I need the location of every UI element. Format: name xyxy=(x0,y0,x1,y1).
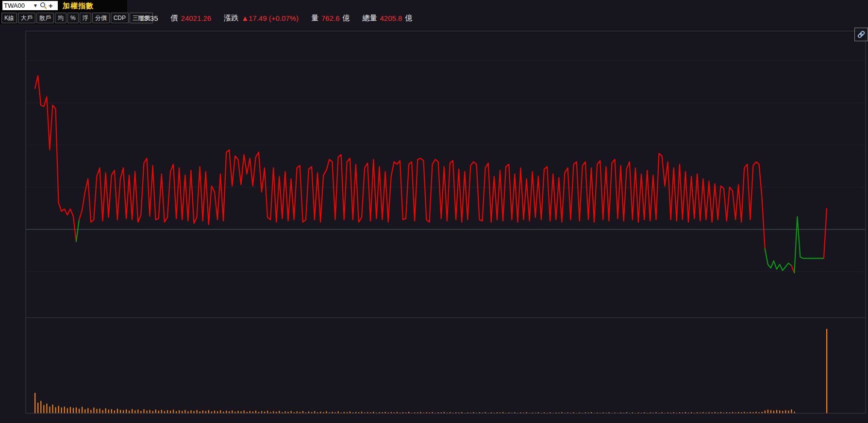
volume-bar xyxy=(93,407,94,413)
volume-bar xyxy=(111,409,112,413)
header: ▼ + 加權指數 K線 大戶 散戶 均 % 浮 分價 xyxy=(0,0,868,24)
volume-bar xyxy=(123,410,124,413)
symbol-box[interactable]: ▼ + xyxy=(2,1,58,10)
symbol-input[interactable] xyxy=(4,2,31,9)
volume-bar xyxy=(785,410,786,413)
volume-bar xyxy=(114,410,115,413)
status-bar: 13:35 價 24021.26 漲跌 ▲17.49 (+0.07%) 量 76… xyxy=(140,13,415,23)
volume-bar xyxy=(217,411,218,413)
price-line xyxy=(824,209,827,259)
volume-bar xyxy=(314,411,315,413)
volume-bar xyxy=(96,409,97,413)
chevron-down-icon[interactable]: ▼ xyxy=(33,3,38,8)
toolbar-button-percent[interactable]: % xyxy=(67,13,79,23)
volume-bar xyxy=(61,407,62,413)
total-label: 總量 xyxy=(363,14,377,23)
volume-bar xyxy=(284,411,285,413)
volume-bar xyxy=(273,411,274,413)
price-line xyxy=(794,217,824,273)
toolbar: K線 大戶 散戶 均 % 浮 分價 CDP 三關價 xyxy=(1,13,153,23)
volume-bar xyxy=(70,407,71,413)
volume-bar xyxy=(779,410,780,413)
volume-bar xyxy=(146,410,147,413)
volume-bar xyxy=(84,409,85,413)
volume-bar xyxy=(776,410,777,413)
volume-bar xyxy=(223,412,224,413)
volume-bar xyxy=(361,412,362,413)
volume-bar xyxy=(326,411,327,413)
volume-value: 762.6 xyxy=(321,14,340,22)
toolbar-button-kline[interactable]: K線 xyxy=(1,13,17,23)
volume-bar xyxy=(826,329,827,413)
volume-bar xyxy=(137,409,138,413)
search-icon[interactable] xyxy=(40,2,47,10)
volume-bar xyxy=(105,408,106,413)
chart-canvas xyxy=(0,0,868,423)
volume-bar xyxy=(173,410,174,413)
volume-bar xyxy=(229,411,230,413)
volume-bar xyxy=(126,409,127,413)
volume-bar xyxy=(197,410,198,413)
volume-bar xyxy=(220,410,221,413)
volume-bar xyxy=(55,407,56,413)
toolbar-button-pricevol[interactable]: 分價 xyxy=(92,13,110,23)
volume-bar xyxy=(770,410,771,413)
change-label: 漲跌 xyxy=(224,14,238,23)
volume-bar xyxy=(202,410,203,413)
status-time: 13:35 xyxy=(140,14,158,22)
link-button[interactable] xyxy=(854,28,868,41)
volume-bar xyxy=(76,407,77,413)
volume-bar xyxy=(244,410,245,413)
volume-bar xyxy=(52,405,53,413)
volume-bar xyxy=(120,410,121,413)
volume-bar xyxy=(87,408,88,413)
volume-bar xyxy=(791,409,792,413)
volume-bar xyxy=(237,411,238,413)
volume-bar xyxy=(261,411,262,413)
volume-bar xyxy=(297,411,298,413)
volume-bar xyxy=(167,410,168,413)
volume-bar xyxy=(264,412,265,413)
plot-border xyxy=(26,31,866,413)
volume-bar xyxy=(132,409,133,413)
volume-bar xyxy=(184,410,185,413)
total-unit: 億 xyxy=(405,14,412,23)
volume-bar xyxy=(768,410,768,413)
volume-bar xyxy=(34,393,35,413)
toolbar-button-cdp[interactable]: CDP xyxy=(111,13,129,23)
add-symbol-button[interactable]: + xyxy=(49,2,53,9)
volume-bar xyxy=(350,411,351,413)
toolbar-button-retail[interactable]: 散戶 xyxy=(36,13,54,23)
volume-bar xyxy=(143,409,144,413)
volume-bar xyxy=(252,411,253,413)
volume-bar xyxy=(211,411,212,413)
volume-bar xyxy=(155,409,156,413)
volume-bar xyxy=(200,411,200,413)
volume-bar xyxy=(140,411,141,413)
toolbar-button-bigplayer[interactable]: 大戶 xyxy=(18,13,35,23)
volume-bar xyxy=(82,407,83,413)
volume-bar xyxy=(308,411,309,413)
volume-bar xyxy=(99,408,100,413)
volume-bar xyxy=(37,403,38,413)
volume-bar xyxy=(250,411,250,413)
volume-bar xyxy=(240,411,241,413)
price-line xyxy=(35,76,76,242)
price-line xyxy=(765,249,792,271)
toolbar-button-float[interactable]: 浮 xyxy=(80,13,91,23)
volume-bar xyxy=(64,407,65,413)
tab-index[interactable]: 加權指數 xyxy=(63,1,94,11)
volume-bar xyxy=(150,410,150,413)
volume-bar xyxy=(158,411,159,413)
volume-bar xyxy=(302,411,303,413)
tab-strip: 加權指數 xyxy=(58,0,127,11)
volume-bar xyxy=(40,401,41,413)
volume-bar xyxy=(43,405,44,413)
price-value: 24021.26 xyxy=(181,14,212,22)
volume-bar xyxy=(170,411,171,413)
volume-bar xyxy=(182,411,183,413)
volume-bar xyxy=(291,411,292,413)
volume-bar xyxy=(134,410,135,413)
volume-bar xyxy=(102,410,103,413)
toolbar-button-avg[interactable]: 均 xyxy=(55,13,67,23)
